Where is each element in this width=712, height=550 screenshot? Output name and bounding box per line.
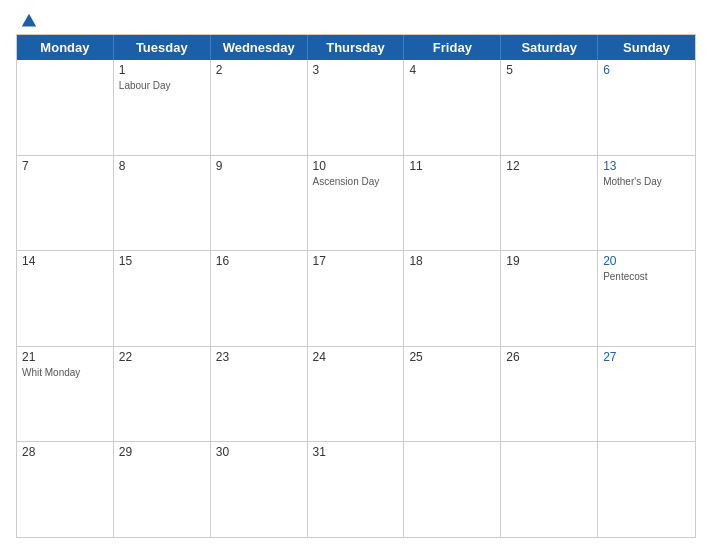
day-number: 20 xyxy=(603,254,690,268)
calendar-cell: 21Whit Monday xyxy=(17,347,114,442)
calendar-cell: 1Labour Day xyxy=(114,60,211,155)
day-number: 23 xyxy=(216,350,302,364)
calendar-cell: 15 xyxy=(114,251,211,346)
day-number: 19 xyxy=(506,254,592,268)
calendar-cell: 13Mother's Day xyxy=(598,156,695,251)
calendar-header: MondayTuesdayWednesdayThursdayFridaySatu… xyxy=(17,35,695,60)
logo-icon xyxy=(20,12,38,30)
calendar-cell xyxy=(501,442,598,537)
calendar-cell: 3 xyxy=(308,60,405,155)
calendar-week-1: 1Labour Day23456 xyxy=(17,60,695,156)
calendar-cell: 23 xyxy=(211,347,308,442)
day-number: 27 xyxy=(603,350,690,364)
svg-marker-0 xyxy=(22,14,36,27)
day-number: 18 xyxy=(409,254,495,268)
calendar-cell: 4 xyxy=(404,60,501,155)
calendar-week-2: 78910Ascension Day111213Mother's Day xyxy=(17,156,695,252)
calendar-week-5: 28293031 xyxy=(17,442,695,537)
header-monday: Monday xyxy=(17,35,114,60)
calendar-cell: 9 xyxy=(211,156,308,251)
calendar-cell: 2 xyxy=(211,60,308,155)
calendar-week-3: 14151617181920Pentecost xyxy=(17,251,695,347)
calendar-cell: 11 xyxy=(404,156,501,251)
day-number: 7 xyxy=(22,159,108,173)
day-number: 31 xyxy=(313,445,399,459)
day-number: 13 xyxy=(603,159,690,173)
day-number: 30 xyxy=(216,445,302,459)
day-number: 24 xyxy=(313,350,399,364)
holiday-name: Whit Monday xyxy=(22,366,108,379)
page-header xyxy=(16,12,696,28)
day-number: 3 xyxy=(313,63,399,77)
holiday-name: Mother's Day xyxy=(603,175,690,188)
header-wednesday: Wednesday xyxy=(211,35,308,60)
day-number: 28 xyxy=(22,445,108,459)
calendar-page: MondayTuesdayWednesdayThursdayFridaySatu… xyxy=(0,0,712,550)
calendar-cell: 18 xyxy=(404,251,501,346)
day-number: 15 xyxy=(119,254,205,268)
calendar-cell: 30 xyxy=(211,442,308,537)
day-number: 4 xyxy=(409,63,495,77)
calendar-cell: 17 xyxy=(308,251,405,346)
day-number: 6 xyxy=(603,63,690,77)
header-friday: Friday xyxy=(404,35,501,60)
calendar-cell: 16 xyxy=(211,251,308,346)
calendar-cell: 20Pentecost xyxy=(598,251,695,346)
day-number: 22 xyxy=(119,350,205,364)
day-number: 1 xyxy=(119,63,205,77)
header-saturday: Saturday xyxy=(501,35,598,60)
calendar-cell: 28 xyxy=(17,442,114,537)
day-number: 2 xyxy=(216,63,302,77)
header-thursday: Thursday xyxy=(308,35,405,60)
calendar-cell: 8 xyxy=(114,156,211,251)
calendar-cell: 27 xyxy=(598,347,695,442)
calendar-cell: 26 xyxy=(501,347,598,442)
calendar-cell: 19 xyxy=(501,251,598,346)
calendar-cell: 5 xyxy=(501,60,598,155)
day-number: 14 xyxy=(22,254,108,268)
day-number: 11 xyxy=(409,159,495,173)
holiday-name: Pentecost xyxy=(603,270,690,283)
day-number: 12 xyxy=(506,159,592,173)
header-sunday: Sunday xyxy=(598,35,695,60)
day-number: 21 xyxy=(22,350,108,364)
calendar-body: 1Labour Day2345678910Ascension Day111213… xyxy=(17,60,695,537)
holiday-name: Ascension Day xyxy=(313,175,399,188)
day-number: 17 xyxy=(313,254,399,268)
calendar-cell: 6 xyxy=(598,60,695,155)
calendar-cell: 10Ascension Day xyxy=(308,156,405,251)
calendar-cell: 29 xyxy=(114,442,211,537)
logo xyxy=(16,12,38,28)
calendar-cell xyxy=(598,442,695,537)
day-number: 10 xyxy=(313,159,399,173)
day-number: 26 xyxy=(506,350,592,364)
calendar-cell: 25 xyxy=(404,347,501,442)
calendar-cell xyxy=(17,60,114,155)
day-number: 16 xyxy=(216,254,302,268)
calendar-week-4: 21Whit Monday222324252627 xyxy=(17,347,695,443)
calendar-cell: 24 xyxy=(308,347,405,442)
day-number: 5 xyxy=(506,63,592,77)
calendar-cell: 14 xyxy=(17,251,114,346)
calendar-cell: 31 xyxy=(308,442,405,537)
calendar-cell: 12 xyxy=(501,156,598,251)
calendar-grid: MondayTuesdayWednesdayThursdayFridaySatu… xyxy=(16,34,696,538)
day-number: 9 xyxy=(216,159,302,173)
calendar-cell xyxy=(404,442,501,537)
calendar-cell: 7 xyxy=(17,156,114,251)
day-number: 8 xyxy=(119,159,205,173)
day-number: 29 xyxy=(119,445,205,459)
header-tuesday: Tuesday xyxy=(114,35,211,60)
holiday-name: Labour Day xyxy=(119,79,205,92)
calendar-cell: 22 xyxy=(114,347,211,442)
day-number: 25 xyxy=(409,350,495,364)
